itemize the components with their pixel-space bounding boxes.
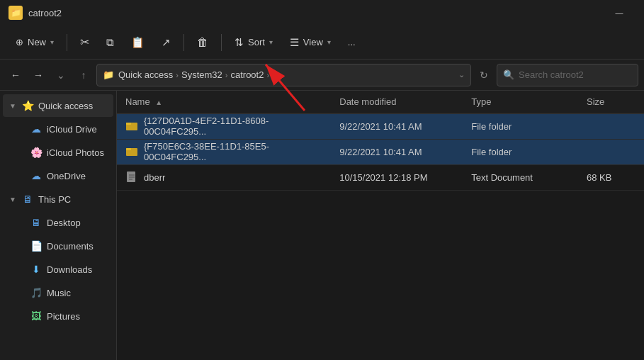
path-dropdown-icon[interactable]: ⌄ — [458, 70, 465, 79]
sort-button[interactable]: ⇅ Sort ▾ — [227, 30, 280, 55]
sidebar-item-onedrive[interactable]: ☁ OneDrive — [3, 164, 113, 187]
new-icon: ⊕ — [16, 37, 23, 47]
table-row[interactable]: {127D0A1D-4EF2-11D1-8608-00C04FC295... 9… — [117, 113, 644, 139]
file-type-1: File folder — [463, 113, 578, 139]
file-type-2: File folder — [463, 139, 578, 164]
file-type-3: Text Document — [463, 164, 578, 190]
sort-chevron-icon: ▾ — [269, 38, 273, 46]
sidebar-label-pictures: Pictures — [47, 311, 80, 322]
music-icon: 🎵 — [30, 286, 43, 299]
expand-icon-icloud-photos — [17, 148, 26, 157]
share-button[interactable]: ↗ — [154, 30, 178, 55]
sidebar-item-quick-access[interactable]: ▼ ⭐ Quick access — [3, 94, 113, 117]
sidebar-item-desktop[interactable]: 🖥 Desktop — [3, 211, 113, 234]
paste-button[interactable]: 📋 — [124, 30, 152, 55]
up-button[interactable]: ↑ — [74, 65, 94, 85]
paste-icon: 📋 — [131, 36, 145, 49]
pictures-icon: 🖼 — [30, 310, 43, 322]
desktop-icon: 🖥 — [30, 216, 43, 229]
sidebar-label-downloads: Downloads — [47, 264, 92, 275]
column-header-type[interactable]: Type — [463, 91, 578, 113]
toolbar-separator-3 — [221, 34, 222, 51]
toolbar-separator-1 — [67, 34, 67, 51]
sidebar-item-downloads[interactable]: ⬇ Downloads — [3, 258, 113, 281]
refresh-button[interactable]: ↻ — [474, 65, 494, 85]
path-arrow-3: › — [266, 71, 269, 79]
expand-icon-pictures — [17, 312, 26, 320]
minimize-button[interactable]: — — [603, 0, 635, 26]
path-arrow-1: › — [176, 71, 179, 79]
column-header-name[interactable]: Name ▲ — [117, 91, 331, 113]
new-button[interactable]: ⊕ New ▾ — [9, 30, 61, 55]
file-area: Name ▲ Date modified Type Size — [117, 91, 644, 360]
view-button[interactable]: ☰ View ▾ — [283, 30, 338, 55]
path-quick-access: Quick access — [118, 69, 173, 80]
sidebar-label-desktop: Desktop — [47, 218, 81, 228]
copy-button[interactable]: ⧉ — [99, 30, 121, 55]
file-size-2 — [578, 139, 644, 164]
sidebar-label-icloud-drive: iCloud Drive — [47, 124, 97, 135]
path-folder-icon: 📁 — [103, 69, 114, 80]
cut-icon: ✂ — [80, 35, 89, 49]
table-header-row: Name ▲ Date modified Type Size — [117, 91, 644, 113]
computer-icon: 🖥 — [21, 193, 34, 206]
main-content: ▼ ⭐ Quick access ☁ iCloud Drive 🌸 iCloud… — [0, 91, 644, 360]
file-date-2: 9/22/2021 10:41 AM — [331, 139, 463, 164]
sidebar-label-music: Music — [47, 288, 71, 298]
copy-icon: ⧉ — [106, 36, 114, 49]
file-name-cell-2: {F750E6C3-38EE-11D1-85E5-00C04FC295... — [117, 139, 331, 164]
window-icon: 📁 — [9, 6, 23, 20]
expand-nav-button[interactable]: ⌄ — [51, 65, 71, 85]
more-button[interactable]: ... — [341, 30, 363, 55]
name-sort-arrow: ▲ — [155, 99, 162, 106]
address-bar: ← → ⌄ ↑ 📁 Quick access › System32 › catr… — [0, 60, 644, 91]
file-name-cell-3: dberr — [117, 164, 331, 190]
sidebar-item-this-pc[interactable]: ▼ 🖥 This PC — [3, 188, 113, 210]
search-icon: 🔍 — [503, 69, 514, 80]
file-size-1 — [578, 113, 644, 139]
search-box[interactable]: 🔍 Search catroot2 — [497, 64, 638, 86]
more-label: ... — [348, 37, 356, 47]
photos-icon: 🌸 — [30, 146, 43, 159]
expand-icon-quick-access: ▼ — [9, 101, 17, 110]
expand-icon-downloads — [17, 265, 26, 274]
column-header-size[interactable]: Size — [578, 91, 644, 113]
file-table: Name ▲ Date modified Type Size — [117, 91, 644, 191]
path-arrow-2: › — [225, 71, 228, 79]
new-chevron-icon: ▾ — [50, 38, 54, 46]
delete-icon: 🗑 — [197, 36, 208, 49]
expand-icon-onedrive — [17, 171, 26, 180]
svg-rect-3 — [126, 148, 131, 150]
toolbar: ⊕ New ▾ ✂ ⧉ 📋 ↗ 🗑 ⇅ Sort ▾ ☰ View ▾ ... — [0, 26, 644, 60]
title-bar: 📁 catroot2 — — [0, 0, 644, 26]
back-button[interactable]: ← — [6, 65, 26, 85]
sidebar-item-documents[interactable]: 📄 Documents — [3, 235, 113, 257]
sidebar-item-music[interactable]: 🎵 Music — [3, 281, 113, 304]
documents-icon: 📄 — [30, 240, 43, 252]
cloud-icon: ☁ — [30, 123, 43, 135]
view-label: View — [303, 37, 323, 47]
folder-icon-1 — [125, 120, 138, 133]
sidebar-item-icloud-photos[interactable]: 🌸 iCloud Photos — [3, 141, 113, 164]
path-system32: System32 — [181, 69, 222, 80]
table-row[interactable]: dberr 10/15/2021 12:18 PM Text Document … — [117, 164, 644, 190]
cut-button[interactable]: ✂ — [73, 30, 96, 55]
sidebar: ▼ ⭐ Quick access ☁ iCloud Drive 🌸 iCloud… — [0, 91, 117, 360]
expand-icon-desktop — [17, 218, 26, 227]
table-row[interactable]: {F750E6C3-38EE-11D1-85E5-00C04FC295... 9… — [117, 139, 644, 164]
window-title: catroot2 — [28, 8, 62, 18]
sidebar-label-icloud-photos: iCloud Photos — [47, 147, 104, 158]
forward-button[interactable]: → — [28, 65, 48, 85]
file-name-cell-1: {127D0A1D-4EF2-11D1-8608-00C04FC295... — [117, 113, 331, 139]
sidebar-item-icloud-drive[interactable]: ☁ iCloud Drive — [3, 118, 113, 140]
sidebar-label-this-pc: This PC — [38, 194, 71, 205]
search-placeholder: Search catroot2 — [519, 69, 584, 80]
sidebar-label-quick-access: Quick access — [38, 101, 93, 111]
delete-button[interactable]: 🗑 — [190, 30, 215, 55]
onedrive-icon: ☁ — [30, 169, 43, 182]
sidebar-item-pictures[interactable]: 🖼 Pictures — [3, 305, 113, 327]
column-header-date[interactable]: Date modified — [331, 91, 463, 113]
expand-icon-icloud-drive — [17, 125, 26, 133]
address-path[interactable]: 📁 Quick access › System32 › catroot2 › ⌄ — [96, 64, 471, 86]
text-file-icon — [125, 171, 138, 184]
